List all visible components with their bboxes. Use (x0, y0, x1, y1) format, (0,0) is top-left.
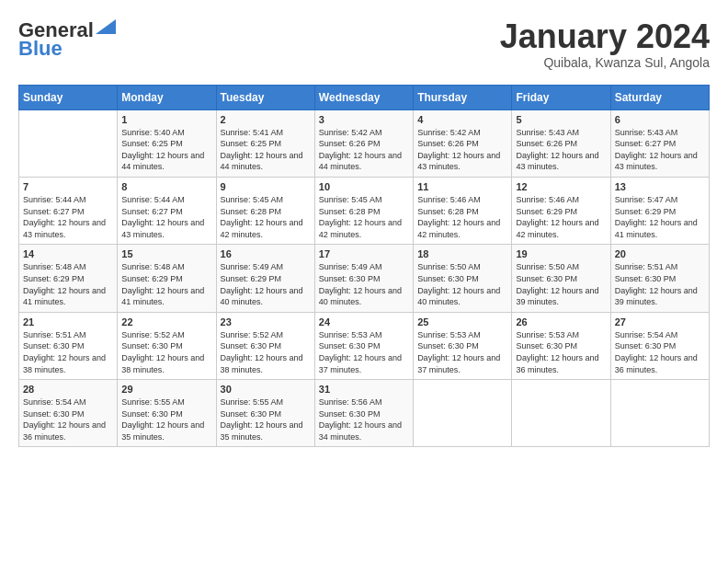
col-friday: Friday (512, 85, 610, 109)
calendar-cell: 28Sunrise: 5:54 AMSunset: 6:30 PMDayligh… (19, 380, 118, 447)
calendar-table: Sunday Monday Tuesday Wednesday Thursday… (18, 85, 710, 448)
calendar-header: Sunday Monday Tuesday Wednesday Thursday… (19, 85, 710, 109)
day-info: Sunrise: 5:55 AMSunset: 6:30 PMDaylight:… (221, 396, 311, 442)
calendar-cell: 12Sunrise: 5:46 AMSunset: 6:29 PMDayligh… (512, 177, 610, 244)
day-info: Sunrise: 5:47 AMSunset: 6:29 PMDaylight:… (615, 194, 705, 240)
day-info: Sunrise: 5:54 AMSunset: 6:30 PMDaylight:… (23, 396, 113, 442)
day-number: 28 (23, 384, 113, 395)
calendar-cell: 15Sunrise: 5:48 AMSunset: 6:29 PMDayligh… (118, 245, 216, 312)
calendar-cell: 16Sunrise: 5:49 AMSunset: 6:29 PMDayligh… (216, 245, 314, 312)
calendar-week-row: 1Sunrise: 5:40 AMSunset: 6:25 PMDaylight… (19, 109, 710, 177)
day-info: Sunrise: 5:52 AMSunset: 6:30 PMDaylight:… (121, 329, 211, 375)
calendar-week-row: 21Sunrise: 5:51 AMSunset: 6:30 PMDayligh… (19, 312, 710, 379)
calendar-cell (19, 109, 118, 177)
day-info: Sunrise: 5:51 AMSunset: 6:30 PMDaylight:… (615, 261, 705, 307)
calendar-cell: 11Sunrise: 5:46 AMSunset: 6:28 PMDayligh… (414, 177, 512, 244)
calendar-week-row: 7Sunrise: 5:44 AMSunset: 6:27 PMDaylight… (19, 177, 710, 244)
col-saturday: Saturday (610, 85, 709, 109)
day-number: 16 (221, 248, 311, 259)
day-info: Sunrise: 5:53 AMSunset: 6:30 PMDaylight:… (516, 329, 606, 375)
day-number: 8 (121, 181, 211, 192)
calendar-cell (414, 380, 512, 447)
location-title: Quibala, Kwanza Sul, Angola (500, 55, 710, 70)
day-number: 3 (319, 114, 409, 125)
calendar-cell: 29Sunrise: 5:55 AMSunset: 6:30 PMDayligh… (118, 380, 216, 447)
day-info: Sunrise: 5:42 AMSunset: 6:26 PMDaylight:… (417, 127, 507, 173)
calendar-cell (512, 380, 610, 447)
logo-blue: Blue (18, 37, 63, 61)
logo: General Blue (18, 18, 116, 61)
day-info: Sunrise: 5:52 AMSunset: 6:30 PMDaylight:… (221, 329, 311, 375)
calendar-cell: 1Sunrise: 5:40 AMSunset: 6:25 PMDaylight… (118, 109, 216, 177)
day-info: Sunrise: 5:44 AMSunset: 6:27 PMDaylight:… (121, 194, 211, 240)
logo-icon (96, 19, 116, 34)
day-number: 2 (221, 114, 311, 125)
calendar-cell: 14Sunrise: 5:48 AMSunset: 6:29 PMDayligh… (19, 245, 118, 312)
calendar-body: 1Sunrise: 5:40 AMSunset: 6:25 PMDaylight… (19, 109, 710, 447)
day-info: Sunrise: 5:41 AMSunset: 6:25 PMDaylight:… (221, 127, 311, 173)
day-info: Sunrise: 5:43 AMSunset: 6:27 PMDaylight:… (615, 127, 705, 173)
calendar-cell: 8Sunrise: 5:44 AMSunset: 6:27 PMDaylight… (118, 177, 216, 244)
calendar-cell: 10Sunrise: 5:45 AMSunset: 6:28 PMDayligh… (314, 177, 413, 244)
day-number: 13 (615, 181, 705, 192)
day-info: Sunrise: 5:51 AMSunset: 6:30 PMDaylight:… (23, 329, 113, 375)
day-info: Sunrise: 5:49 AMSunset: 6:29 PMDaylight:… (221, 261, 311, 307)
day-info: Sunrise: 5:53 AMSunset: 6:30 PMDaylight:… (417, 329, 507, 375)
day-number: 25 (417, 316, 507, 327)
day-info: Sunrise: 5:49 AMSunset: 6:30 PMDaylight:… (319, 261, 409, 307)
day-info: Sunrise: 5:46 AMSunset: 6:28 PMDaylight:… (417, 194, 507, 240)
day-info: Sunrise: 5:46 AMSunset: 6:29 PMDaylight:… (516, 194, 606, 240)
calendar-cell: 20Sunrise: 5:51 AMSunset: 6:30 PMDayligh… (610, 245, 709, 312)
day-info: Sunrise: 5:48 AMSunset: 6:29 PMDaylight:… (121, 261, 211, 307)
day-number: 19 (516, 248, 606, 259)
day-info: Sunrise: 5:45 AMSunset: 6:28 PMDaylight:… (319, 194, 409, 240)
calendar-cell: 2Sunrise: 5:41 AMSunset: 6:25 PMDaylight… (216, 109, 314, 177)
day-info: Sunrise: 5:55 AMSunset: 6:30 PMDaylight:… (121, 396, 211, 442)
day-info: Sunrise: 5:48 AMSunset: 6:29 PMDaylight:… (23, 261, 113, 307)
day-number: 22 (121, 316, 211, 327)
calendar-cell: 3Sunrise: 5:42 AMSunset: 6:26 PMDaylight… (314, 109, 413, 177)
day-number: 7 (23, 181, 113, 192)
calendar-cell: 23Sunrise: 5:52 AMSunset: 6:30 PMDayligh… (216, 312, 314, 379)
calendar-cell: 4Sunrise: 5:42 AMSunset: 6:26 PMDaylight… (414, 109, 512, 177)
day-number: 4 (417, 114, 507, 125)
calendar-cell: 26Sunrise: 5:53 AMSunset: 6:30 PMDayligh… (512, 312, 610, 379)
col-thursday: Thursday (414, 85, 512, 109)
calendar-cell: 27Sunrise: 5:54 AMSunset: 6:30 PMDayligh… (610, 312, 709, 379)
day-number: 17 (319, 248, 409, 259)
day-number: 11 (417, 181, 507, 192)
weekday-row: Sunday Monday Tuesday Wednesday Thursday… (19, 85, 710, 109)
day-number: 6 (615, 114, 705, 125)
day-number: 26 (516, 316, 606, 327)
day-number: 24 (319, 316, 409, 327)
page-header: General Blue January 2024 Quibala, Kwanz… (18, 18, 710, 70)
day-number: 12 (516, 181, 606, 192)
day-number: 14 (23, 248, 113, 259)
calendar-cell: 25Sunrise: 5:53 AMSunset: 6:30 PMDayligh… (414, 312, 512, 379)
day-number: 27 (615, 316, 705, 327)
day-number: 15 (121, 248, 211, 259)
day-number: 10 (319, 181, 409, 192)
day-number: 31 (319, 384, 409, 395)
day-info: Sunrise: 5:40 AMSunset: 6:25 PMDaylight:… (121, 127, 211, 173)
day-number: 21 (23, 316, 113, 327)
calendar-cell: 5Sunrise: 5:43 AMSunset: 6:26 PMDaylight… (512, 109, 610, 177)
calendar-cell: 9Sunrise: 5:45 AMSunset: 6:28 PMDaylight… (216, 177, 314, 244)
day-number: 5 (516, 114, 606, 125)
day-number: 18 (417, 248, 507, 259)
day-number: 30 (221, 384, 311, 395)
day-info: Sunrise: 5:54 AMSunset: 6:30 PMDaylight:… (615, 329, 705, 375)
calendar-cell (610, 380, 709, 447)
calendar-cell: 21Sunrise: 5:51 AMSunset: 6:30 PMDayligh… (19, 312, 118, 379)
calendar-week-row: 28Sunrise: 5:54 AMSunset: 6:30 PMDayligh… (19, 380, 710, 447)
day-info: Sunrise: 5:50 AMSunset: 6:30 PMDaylight:… (417, 261, 507, 307)
title-block: January 2024 Quibala, Kwanza Sul, Angola (500, 18, 710, 70)
col-tuesday: Tuesday (216, 85, 314, 109)
day-number: 20 (615, 248, 705, 259)
day-number: 1 (121, 114, 211, 125)
day-info: Sunrise: 5:56 AMSunset: 6:30 PMDaylight:… (319, 396, 409, 442)
calendar-cell: 7Sunrise: 5:44 AMSunset: 6:27 PMDaylight… (19, 177, 118, 244)
col-sunday: Sunday (19, 85, 118, 109)
calendar-cell: 19Sunrise: 5:50 AMSunset: 6:30 PMDayligh… (512, 245, 610, 312)
calendar-cell: 13Sunrise: 5:47 AMSunset: 6:29 PMDayligh… (610, 177, 709, 244)
